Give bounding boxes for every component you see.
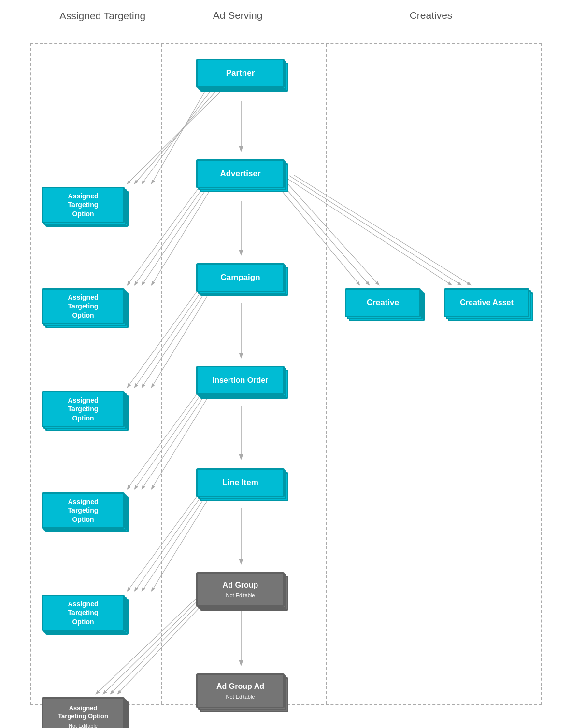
svg-line-19 — [135, 288, 204, 387]
ato-2-wrapper: AssignedTargetingOption — [42, 288, 126, 324]
creatives-header: Creatives — [339, 10, 523, 21]
ad-group-ad-node: Ad Group Ad Not Editable — [196, 673, 285, 708]
assigned-targeting-header: Assigned Targeting — [54, 10, 151, 22]
line-item-node: Line Item — [196, 468, 285, 497]
divider-right — [326, 44, 327, 704]
ato-6-node: AssignedTargeting Option Not Editable — [42, 697, 125, 728]
creative-asset-node-wrapper: Creative Asset — [444, 288, 531, 317]
svg-line-14 — [289, 176, 461, 285]
insertion-order-node: Insertion Order — [196, 366, 285, 395]
partner-node: Partner — [196, 59, 285, 88]
svg-line-25 — [128, 391, 199, 489]
ato-1-node: AssignedTargetingOption — [42, 187, 125, 223]
campaign-node: Campaign — [196, 263, 285, 292]
advertiser-node-wrapper: Advertiser — [196, 159, 286, 188]
svg-line-29 — [135, 492, 204, 591]
svg-line-11 — [277, 179, 369, 285]
ato-4-node: AssignedTargetingOption — [42, 492, 125, 529]
ad-group-node: Ad Group Not Editable — [196, 572, 285, 607]
ato-3-node: AssignedTargetingOption — [42, 391, 125, 427]
ato-6-wrapper: AssignedTargeting Option Not Editable — [42, 697, 126, 728]
ato-1-wrapper: AssignedTargetingOption — [42, 187, 126, 223]
creative-node: Creative — [345, 288, 421, 317]
creative-node-wrapper: Creative — [345, 288, 422, 317]
ato-5-node: AssignedTargetingOption — [42, 595, 125, 631]
line-item-node-wrapper: Line Item — [196, 468, 286, 497]
svg-line-8 — [135, 186, 204, 285]
ad-serving-header: Ad Serving — [185, 10, 291, 21]
svg-line-9 — [128, 187, 199, 285]
ad-group-ad-node-wrapper: Ad Group Ad Not Editable — [196, 673, 286, 708]
ato-3-wrapper: AssignedTargetingOption — [42, 391, 126, 427]
svg-line-15 — [294, 175, 471, 285]
svg-line-20 — [128, 289, 199, 387]
ato-4-wrapper: AssignedTargetingOption — [42, 492, 126, 529]
svg-line-30 — [128, 493, 199, 591]
svg-line-13 — [285, 177, 451, 285]
creative-asset-node: Creative Asset — [444, 288, 529, 317]
ad-group-node-wrapper: Ad Group Not Editable — [196, 572, 286, 607]
advertiser-node: Advertiser — [196, 159, 285, 188]
ato-5-wrapper: AssignedTargetingOption — [42, 595, 126, 631]
ato-2-node: AssignedTargetingOption — [42, 288, 125, 324]
svg-line-24 — [135, 390, 204, 489]
insertion-order-node-wrapper: Insertion Order — [196, 366, 286, 395]
divider-left — [161, 44, 162, 704]
campaign-node-wrapper: Campaign — [196, 263, 286, 292]
svg-line-12 — [282, 178, 379, 285]
partner-node-wrapper: Partner — [196, 59, 286, 88]
